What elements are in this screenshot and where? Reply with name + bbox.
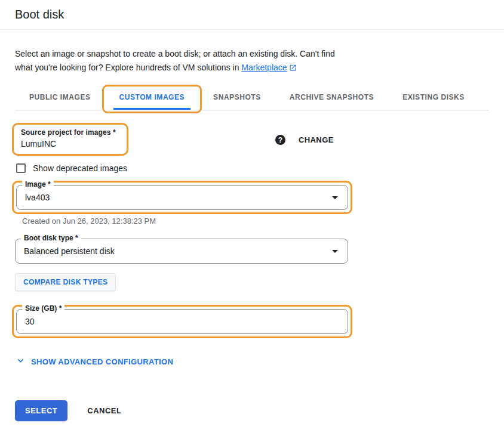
boot-disk-type-dropdown[interactable]: Boot disk type * Balanced persistent dis… [15,239,348,264]
help-icon[interactable]: ? [275,135,285,145]
change-button[interactable]: CHANGE [299,135,334,144]
dropdown-arrow-icon [332,196,338,199]
source-project-label: Source project for images * [21,128,116,137]
image-field-value: lva403 [25,193,50,202]
select-button[interactable]: SELECT [15,400,67,421]
source-project-value: LumuINC [21,139,116,149]
cancel-button[interactable]: CANCEL [87,406,121,415]
page-title: Boot disk [15,8,64,21]
boot-disk-type-value: Balanced persistent disk [24,246,115,256]
tab-snapshots[interactable]: SNAPSHOTS [199,85,275,110]
source-project-row: Source project for images * LumuINC ? CH… [15,123,489,156]
marketplace-link[interactable]: Marketplace [241,63,287,72]
show-advanced-configuration-toggle[interactable]: SHOW ADVANCED CONFIGURATION [15,355,173,368]
chevron-down-icon [15,355,26,368]
intro-text: Select an image or snapshot to create a … [15,47,489,76]
show-advanced-configuration-label: SHOW ADVANCED CONFIGURATION [31,357,173,366]
dialog-header: Boot disk [0,0,504,30]
dialog-actions: SELECT CANCEL [15,400,489,421]
annotation-box-size-field: Size (GB) * [12,305,352,338]
annotation-box-source-project: Source project for images * LumuINC [12,123,128,156]
tab-archive-snapshots[interactable]: ARCHIVE SNAPSHOTS [275,85,388,110]
show-deprecated-label: Show deprecated images [33,163,127,173]
annotation-box-image-field: Image * lva403 [12,181,352,214]
deprecated-images-row: Show deprecated images [16,162,489,174]
show-deprecated-checkbox[interactable] [16,163,26,173]
size-field-label: Size (GB) * [22,304,64,313]
tab-custom-images[interactable]: CUSTOM IMAGES [105,85,199,110]
tab-public-images[interactable]: PUBLIC IMAGES [15,85,105,110]
size-field: Size (GB) * [16,309,348,334]
boot-disk-type-label: Boot disk type * [21,234,81,242]
image-field-label: Image * [22,180,54,188]
dropdown-arrow-icon [332,250,338,253]
intro-line-2: what you're looking for? Explore hundred… [15,63,241,72]
external-link-icon [289,62,297,76]
tab-existing-disks[interactable]: EXISTING DISKS [388,85,479,110]
image-created-note: Created on Jun 26, 2023, 12:38:23 PM [22,217,489,225]
intro-line-1: Select an image or snapshot to create a … [15,49,335,58]
size-input[interactable] [25,317,339,326]
image-dropdown[interactable]: Image * lva403 [16,185,348,210]
tab-bar: PUBLIC IMAGES CUSTOM IMAGES SNAPSHOTS AR… [15,85,489,110]
compare-disk-types-button[interactable]: COMPARE DISK TYPES [15,273,116,291]
